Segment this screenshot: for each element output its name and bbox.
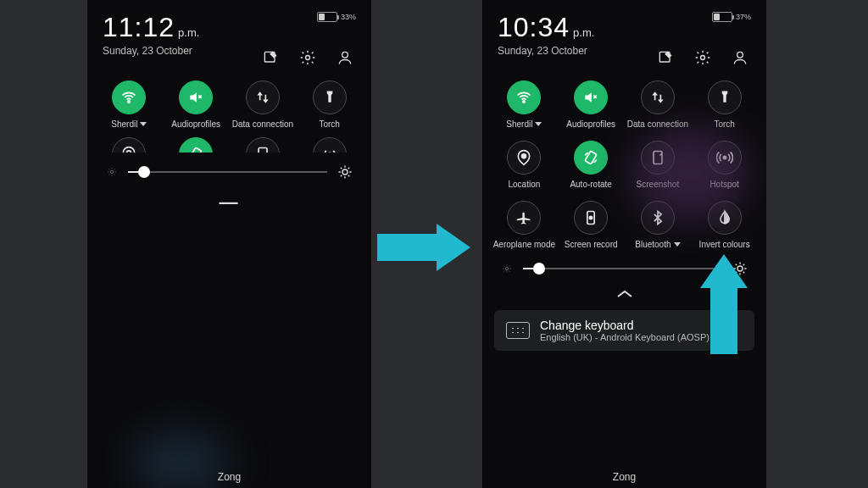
tile-autorotate[interactable]: Auto-rotate — [558, 141, 625, 189]
ampm-text: p.m. — [573, 26, 594, 39]
slider-track[interactable] — [128, 171, 327, 173]
edit-icon[interactable] — [261, 48, 280, 67]
chevron-down-icon — [535, 122, 542, 126]
autorotate-icon — [179, 137, 213, 152]
tile-torch[interactable]: Torch — [691, 80, 758, 129]
tile-wifi[interactable]: Sherdil — [491, 80, 558, 129]
drag-handle[interactable]: — — [87, 185, 371, 219]
speaker-mute-icon — [574, 80, 608, 114]
brightness-low-icon — [501, 263, 513, 274]
svg-point-8 — [110, 170, 114, 174]
profile-icon[interactable] — [731, 48, 749, 67]
tile-label: Audioprofiles — [566, 119, 615, 129]
location-icon — [112, 137, 146, 152]
profile-icon[interactable] — [336, 48, 354, 67]
annotation-arrow-right — [377, 224, 479, 271]
tile-hotspot[interactable]: Hotspot — [691, 141, 758, 189]
flashlight-icon — [313, 80, 347, 114]
slider-thumb[interactable] — [533, 263, 545, 274]
wifi-icon — [507, 80, 541, 114]
tile-label: Invert colours — [699, 240, 750, 249]
svg-point-20 — [505, 267, 509, 270]
hotspot-icon — [313, 137, 347, 152]
quick-tiles: Sherdil Audioprofiles Data connection To… — [482, 75, 766, 249]
svg-point-13 — [523, 101, 525, 103]
location-icon — [507, 141, 541, 175]
screenshot-icon — [641, 141, 675, 175]
bluetooth-icon — [641, 201, 675, 235]
svg-rect-16 — [654, 152, 662, 164]
tile-torch[interactable]: Torch — [296, 80, 363, 129]
data-arrows-icon — [641, 80, 675, 114]
flashlight-icon — [708, 80, 742, 114]
tile-label: Sherdil — [111, 119, 137, 129]
edit-icon[interactable] — [656, 48, 675, 67]
svg-rect-5 — [190, 147, 202, 152]
notification-subtitle: English (UK) - Android Keyboard (AOSP) — [540, 332, 709, 342]
annotation-arrow-up — [702, 254, 746, 354]
gear-icon[interactable] — [298, 48, 317, 67]
invert-colours-icon — [708, 201, 742, 235]
svg-point-11 — [701, 56, 705, 60]
ampm-text: p.m. — [178, 26, 199, 39]
carrier-label: Zong — [87, 471, 371, 483]
tile-location[interactable]: Location — [491, 141, 558, 189]
tile-label: Location — [508, 180, 540, 189]
tile-label: Torch — [714, 119, 734, 129]
svg-point-4 — [127, 151, 131, 152]
svg-rect-6 — [259, 148, 267, 153]
slider-track[interactable] — [523, 268, 722, 269]
notification-title: Change keyboard — [540, 319, 709, 332]
battery-fill — [714, 14, 720, 20]
tile-audio[interactable]: Audioprofiles — [163, 80, 230, 129]
airplane-icon — [507, 201, 541, 235]
tile-label: Audioprofiles — [171, 119, 220, 129]
tile-data[interactable]: Data connection — [230, 80, 297, 129]
time-text: 10:34 — [498, 12, 570, 43]
tile-label: Data connection — [232, 119, 293, 129]
tile-label: Bluetooth — [635, 240, 670, 249]
svg-point-19 — [589, 216, 592, 219]
tile-invertcolours[interactable]: Invert colours — [691, 201, 758, 249]
carrier-label: Zong — [482, 471, 766, 483]
tile-bluetooth[interactable]: Bluetooth — [625, 201, 692, 249]
tiles-peek-row — [87, 129, 371, 152]
chevron-down-icon — [140, 122, 147, 126]
tile-wifi[interactable]: Sherdil — [96, 80, 163, 129]
tile-airplane[interactable]: Aeroplane mode — [491, 201, 558, 249]
svg-point-2 — [342, 52, 348, 58]
phone-screenshot-expanded: 10:34 p.m. Sunday, 23 October 37% Sherdi… — [482, 0, 766, 488]
chevron-down-icon — [674, 242, 681, 247]
clock: 10:34 p.m. — [498, 12, 594, 43]
svg-point-12 — [737, 52, 743, 58]
brightness-slider[interactable] — [87, 152, 371, 185]
slider-thumb[interactable] — [138, 166, 150, 178]
svg-point-9 — [342, 169, 348, 175]
svg-point-3 — [128, 101, 130, 103]
tile-label: Auto-rotate — [570, 180, 611, 189]
gear-icon[interactable] — [693, 48, 712, 67]
battery-fill — [319, 14, 325, 20]
quick-tiles: Sherdil Audioprofiles Data connection To… — [87, 75, 371, 129]
hotspot-icon — [708, 141, 742, 175]
tile-data[interactable]: Data connection — [625, 80, 692, 129]
date-text: Sunday, 23 October — [103, 45, 199, 57]
battery-percent: 37% — [736, 13, 751, 21]
tile-label: Screenshot — [637, 180, 680, 189]
tile-audio[interactable]: Audioprofiles — [558, 80, 625, 129]
tile-screenrecord[interactable]: Screen record — [558, 201, 625, 249]
wifi-icon — [112, 80, 146, 114]
tile-screenshot[interactable]: Screenshot — [625, 141, 692, 189]
time-text: 11:12 — [103, 12, 175, 43]
data-arrows-icon — [246, 80, 280, 114]
svg-point-1 — [306, 56, 310, 60]
clock: 11:12 p.m. — [103, 12, 199, 43]
brightness-low-icon — [106, 166, 118, 178]
tile-label: Torch — [319, 119, 339, 129]
tile-label: Sherdil — [506, 119, 532, 129]
screenshot-icon — [246, 137, 280, 152]
tile-label: Hotspot — [709, 180, 738, 189]
battery-percent: 33% — [341, 13, 356, 21]
tile-label: Data connection — [627, 119, 688, 129]
keyboard-icon — [506, 322, 530, 339]
